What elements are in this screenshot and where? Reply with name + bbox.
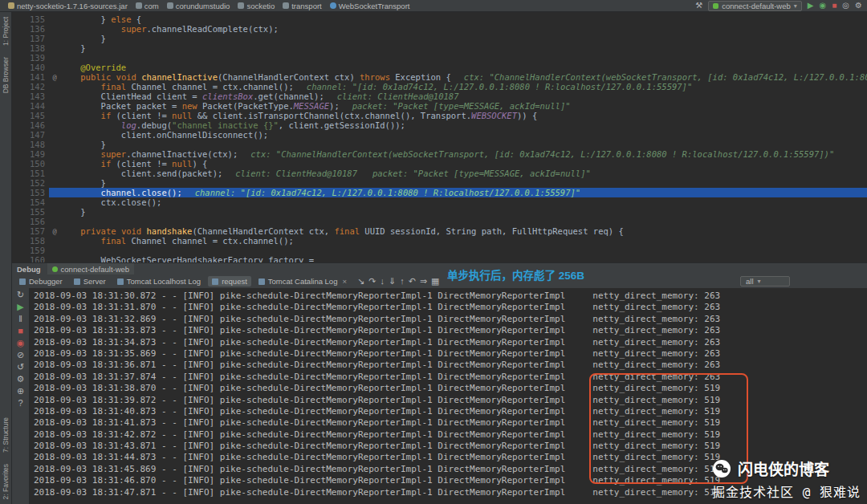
- code-text[interactable]: channel.close();channel: "[id: 0x1ad74c1…: [60, 188, 867, 197]
- code-line[interactable]: 142 final Channel channel = ctx.channel(…: [12, 82, 867, 91]
- code-line[interactable]: 135 } else {: [12, 14, 867, 24]
- breadcrumb-item[interactable]: socketio: [234, 2, 278, 10]
- line-number[interactable]: 153: [12, 188, 49, 197]
- code-line[interactable]: 148 }: [12, 140, 867, 149]
- line-number[interactable]: 142: [12, 82, 49, 91]
- console-output[interactable]: 2018-09-03 18:31:30.872 - - [INFO] pike-…: [30, 288, 867, 504]
- code-text[interactable]: }: [60, 43, 867, 53]
- help-button[interactable]: ?: [18, 399, 22, 408]
- code-text[interactable]: [60, 246, 867, 255]
- code-text[interactable]: @Override: [60, 63, 867, 72]
- code-line[interactable]: 144 Packet packet = new Packet(PacketTyp…: [12, 101, 867, 111]
- step-over-button[interactable]: ↷: [368, 277, 376, 286]
- code-line[interactable]: 154 ctx.close();: [12, 197, 867, 207]
- resume-button[interactable]: ▶: [17, 303, 23, 311]
- pause-button[interactable]: ‖: [18, 315, 22, 323]
- code-line[interactable]: 149 super.channelInactive(ctx);ctx: "Cha…: [12, 149, 867, 159]
- tool-window-button[interactable]: 1: Project: [2, 17, 10, 46]
- line-number[interactable]: 155: [12, 207, 49, 217]
- line-number[interactable]: 145: [12, 111, 49, 120]
- pin-tab-button[interactable]: ⊕: [17, 387, 24, 396]
- stop-button[interactable]: ■: [18, 327, 23, 335]
- code-line[interactable]: 159: [12, 246, 867, 255]
- tool-window-button[interactable]: 2: Favorites: [2, 464, 10, 499]
- mute-breakpoints-button[interactable]: ⊘: [17, 351, 24, 360]
- view-breakpoints-button[interactable]: ◉: [17, 339, 25, 348]
- code-line[interactable]: 136 super.channelReadComplete(ctx);: [12, 24, 867, 34]
- code-text[interactable]: }: [60, 34, 867, 43]
- line-number[interactable]: 157: [12, 226, 49, 236]
- drop-frame-button[interactable]: ↶: [409, 277, 416, 286]
- code-text[interactable]: ClientHead client = clientsBox.get(chann…: [60, 91, 867, 101]
- step-into-button[interactable]: ↓: [380, 277, 385, 286]
- code-line[interactable]: 156: [12, 217, 867, 226]
- line-number[interactable]: 141: [12, 72, 49, 82]
- tool-window-button[interactable]: 7: Structure: [2, 417, 10, 453]
- code-text[interactable]: Packet packet = new Packet(PacketType.ME…: [60, 101, 867, 111]
- restore-layout-button[interactable]: ↺: [17, 363, 24, 372]
- debug-tab-tomcat-localhost-log[interactable]: Tomcat Localhost Log: [113, 276, 205, 287]
- code-text[interactable]: super.channelInactive(ctx);ctx: "Channel…: [60, 149, 867, 159]
- line-number[interactable]: 148: [12, 140, 49, 149]
- code-line[interactable]: 147 client.onChannelDisconnect();: [12, 130, 867, 140]
- code-text[interactable]: client.onChannelDisconnect();: [60, 130, 867, 140]
- line-number[interactable]: 146: [12, 120, 49, 130]
- settings-icon[interactable]: ⚙: [855, 2, 862, 10]
- line-number[interactable]: 138: [12, 43, 49, 53]
- tool-window-button[interactable]: DB Browser: [2, 57, 10, 93]
- build-project-icon[interactable]: ⚒: [695, 2, 702, 10]
- debug-button[interactable]: ◉: [820, 2, 827, 10]
- stop-button[interactable]: ■: [832, 2, 836, 10]
- code-text[interactable]: final Channel channel = ctx.channel();: [60, 236, 867, 246]
- code-editor[interactable]: 135 } else {136 super.channelReadComplet…: [12, 12, 867, 262]
- step-out-button[interactable]: ↑: [400, 277, 405, 286]
- code-text[interactable]: log.debug("channel inactive {}", client.…: [60, 120, 867, 130]
- line-number[interactable]: 149: [12, 149, 49, 159]
- code-text[interactable]: if (client != null) {: [60, 159, 867, 169]
- code-text[interactable]: [60, 53, 867, 63]
- code-text[interactable]: if (client != null && client.isTransport…: [60, 111, 867, 120]
- run-button[interactable]: ▶: [808, 2, 814, 10]
- code-line[interactable]: 151 client.send(packet);client: ClientHe…: [12, 169, 867, 178]
- code-line[interactable]: 138 }: [12, 43, 867, 53]
- code-text[interactable]: }: [60, 178, 867, 188]
- line-number[interactable]: 150: [12, 159, 49, 169]
- debug-tab-tomcat-catalina-log[interactable]: Tomcat Catalina Log×: [254, 276, 351, 287]
- rerun-button[interactable]: ↻: [17, 291, 24, 299]
- line-number[interactable]: 135: [12, 14, 49, 24]
- line-number[interactable]: 144: [12, 101, 49, 111]
- line-number[interactable]: 143: [12, 91, 49, 101]
- code-line[interactable]: 137 }: [12, 34, 867, 43]
- code-line[interactable]: 146 log.debug("channel inactive {}", cli…: [12, 120, 867, 130]
- evaluate-expression-button[interactable]: ▦: [431, 277, 439, 286]
- line-number[interactable]: 136: [12, 24, 49, 34]
- code-text[interactable]: super.channelReadComplete(ctx);: [60, 24, 867, 34]
- code-text[interactable]: } else {: [60, 14, 867, 24]
- debug-session-tab[interactable]: connect-default-web: [47, 263, 135, 274]
- settings-button[interactable]: ⚙: [17, 375, 25, 384]
- force-step-into-button[interactable]: ⇓: [389, 277, 396, 286]
- code-line[interactable]: 152 }: [12, 178, 867, 188]
- code-text[interactable]: ctx.close();: [60, 197, 867, 207]
- code-line[interactable]: 157@ private void handshake(ChannelHandl…: [12, 226, 867, 236]
- breadcrumb-item[interactable]: corundumstudio: [164, 2, 234, 10]
- line-number[interactable]: 139: [12, 53, 49, 63]
- line-number[interactable]: 159: [12, 246, 49, 255]
- code-text[interactable]: final Channel channel = ctx.channel();ch…: [60, 82, 867, 91]
- code-line[interactable]: 140 @Override: [12, 63, 867, 72]
- search-everywhere-icon[interactable]: ◎: [842, 2, 849, 10]
- log-filter-select[interactable]: all ▾: [740, 276, 790, 287]
- line-number[interactable]: 156: [12, 217, 49, 226]
- code-text[interactable]: public void channelInactive(ChannelHandl…: [60, 72, 867, 82]
- debug-tab-server[interactable]: Server: [70, 276, 110, 287]
- line-number[interactable]: 147: [12, 130, 49, 140]
- line-number[interactable]: 160: [12, 255, 49, 262]
- code-line[interactable]: 160 WebSocketServerHandshakerFactory fac…: [12, 255, 867, 262]
- code-text[interactable]: private void handshake(ChannelHandlerCon…: [60, 226, 867, 236]
- breadcrumb-item[interactable]: transport: [279, 2, 325, 10]
- code-line[interactable]: 158 final Channel channel = ctx.channel(…: [12, 236, 867, 246]
- line-number[interactable]: 152: [12, 178, 49, 188]
- code-text[interactable]: [60, 217, 867, 226]
- code-line[interactable]: 153 channel.close();channel: "[id: 0x1ad…: [12, 188, 867, 197]
- run-config-select[interactable]: connect-default-web ▾: [708, 1, 802, 11]
